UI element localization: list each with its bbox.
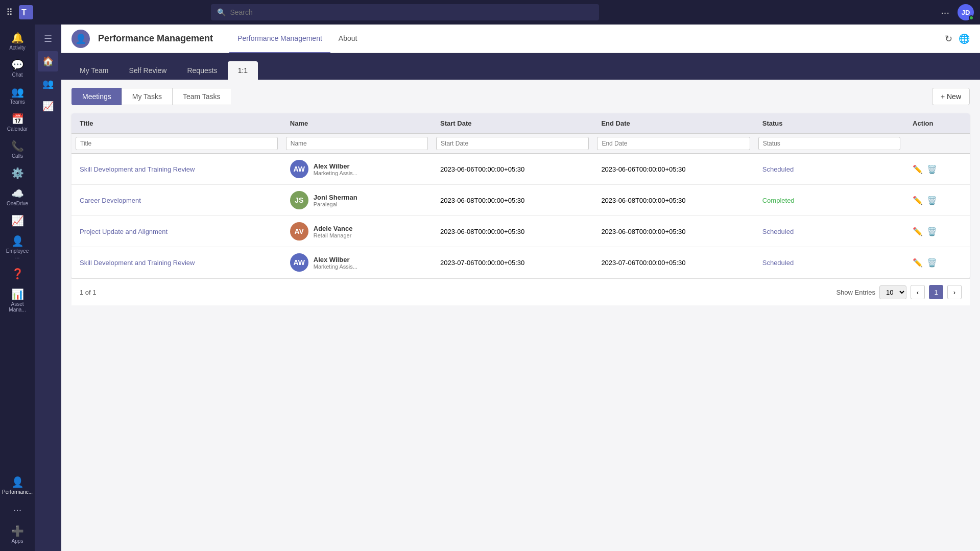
row-end-3: 2023-07-06T00:00:00+05:30	[593, 247, 754, 278]
user-avatar[interactable]: JD	[958, 4, 974, 20]
main-layout: 🔔 Activity 💬 Chat 👥 Teams 📅 Calendar 📞 C…	[0, 25, 980, 551]
row-end-2: 2023-06-08T00:00:00+05:30	[593, 216, 754, 247]
sidebar-item-teams[interactable]: 👥 Teams	[3, 83, 32, 108]
chart-icon[interactable]: 📈	[38, 96, 58, 116]
table-header-row: Title Name Start Date End Date Status Ac…	[71, 113, 970, 134]
delete-icon-3[interactable]: 🗑️	[927, 258, 937, 268]
help-icon: ❓	[11, 268, 24, 280]
person-avatar-3: AW	[290, 253, 308, 272]
entries-select[interactable]: 10 25 50	[879, 285, 906, 299]
more-options-icon[interactable]: ···	[941, 7, 949, 18]
row-person-1: JS Joni Sherman Paralegal	[282, 185, 432, 216]
sidebar-item-calendar[interactable]: 📅 Calendar	[3, 110, 32, 135]
tab-self-review[interactable]: Self Review	[119, 61, 177, 80]
sidebar-icons: 🔔 Activity 💬 Chat 👥 Teams 📅 Calendar 📞 C…	[0, 25, 35, 551]
table-row: Skill Development and Training Review AW…	[71, 247, 970, 278]
row-title-2: Project Update and Alignment	[71, 216, 282, 247]
row-title-link-0[interactable]: Skill Development and Training Review	[80, 165, 195, 173]
delete-icon-0[interactable]: 🗑️	[927, 164, 937, 174]
sidebar-item-employee[interactable]: 👤 Employee ...	[3, 232, 32, 262]
employee-label: Employee ...	[5, 248, 30, 259]
new-button[interactable]: + New	[932, 88, 970, 105]
row-person-3: AW Alex Wilber Marketing Assis...	[282, 247, 432, 278]
sidebar-item-performance[interactable]: 👤 Performanc...	[3, 473, 32, 498]
row-end-1: 2023-06-08T00:00:00+05:30	[593, 185, 754, 216]
sidebar-item-chat[interactable]: 💬 Chat	[3, 56, 32, 81]
row-end-0: 2023-06-06T00:00:00+05:30	[593, 154, 754, 185]
edit-icon-1[interactable]: ✏️	[913, 196, 923, 205]
row-title-link-3[interactable]: Skill Development and Training Review	[80, 259, 195, 267]
apps-label: Apps	[12, 538, 23, 544]
page-1-btn[interactable]: 1	[929, 285, 943, 299]
tab-1on1[interactable]: 1:1	[228, 61, 258, 80]
calls-icon: 📞	[11, 140, 24, 152]
row-action-3: ✏️ 🗑️	[904, 247, 970, 278]
sidebar-item-help[interactable]: ❓	[3, 265, 32, 283]
activity-icon: 🔔	[11, 32, 24, 44]
filter-end-cell	[593, 134, 754, 154]
home-icon[interactable]: 🏠	[38, 51, 58, 71]
filter-name-input[interactable]	[286, 137, 428, 150]
delete-icon-2[interactable]: 🗑️	[927, 227, 937, 236]
filter-start-input[interactable]	[436, 137, 589, 150]
grid-icon[interactable]: ⠿	[6, 7, 13, 18]
row-title-link-2[interactable]: Project Update and Alignment	[80, 228, 168, 235]
row-action-1: ✏️ 🗑️	[904, 185, 970, 216]
row-status-0: Scheduled	[754, 154, 904, 185]
activity-label: Activity	[9, 45, 26, 51]
sidebar-more-icon[interactable]: ···	[9, 500, 26, 520]
analytics-icon: 📈	[11, 214, 24, 227]
edit-icon-2[interactable]: ✏️	[913, 227, 923, 236]
row-status-1: Completed	[754, 185, 904, 216]
filter-row	[71, 134, 970, 154]
row-title-link-1[interactable]: Career Development	[80, 197, 141, 204]
filter-end-input[interactable]	[597, 137, 750, 150]
delete-icon-1[interactable]: 🗑️	[927, 196, 937, 205]
performance-label: Performanc...	[2, 489, 33, 495]
sidebar-item-analytics[interactable]: 📈	[3, 211, 32, 230]
asset-icon: 📊	[11, 288, 24, 300]
settings-icon: ⚙️	[11, 167, 24, 179]
hamburger-icon[interactable]: ☰	[38, 29, 58, 49]
show-entries: Show Entries 10 25 50	[836, 285, 906, 299]
refresh-icon[interactable]: ↻	[945, 33, 952, 44]
person-name-2: Adele Vance	[314, 225, 353, 232]
sidebar-item-onedrive[interactable]: ☁️ OneDrive	[3, 184, 32, 209]
pagination-controls: Show Entries 10 25 50 ‹ 1 ›	[836, 285, 962, 299]
calls-label: Calls	[12, 153, 23, 159]
filter-status-input[interactable]	[758, 137, 900, 150]
edit-icon-0[interactable]: ✏️	[913, 164, 923, 174]
sidebar-item-settings[interactable]: ⚙️	[3, 164, 32, 182]
person-avatar-1: JS	[290, 191, 308, 209]
people-icon[interactable]: 👥	[38, 74, 58, 94]
edit-icon-3[interactable]: ✏️	[913, 258, 923, 268]
nav-perf-mgmt[interactable]: Performance Management	[229, 25, 330, 53]
sub-tab-my-tasks[interactable]: My Tasks	[122, 88, 172, 105]
content-area: 👤 Performance Management Performance Man…	[61, 25, 980, 551]
table-row: Skill Development and Training Review AW…	[71, 154, 970, 185]
sub-tab-bar: Meetings My Tasks Team Tasks + New	[71, 88, 970, 105]
meetings-table: Title Name Start Date End Date Status Ac…	[71, 113, 970, 278]
next-page-btn[interactable]: ›	[947, 285, 962, 299]
sub-tab-meetings[interactable]: Meetings	[71, 88, 122, 105]
sidebar-item-asset[interactable]: 📊 Asset Mana...	[3, 285, 32, 316]
tab-my-team[interactable]: My Team	[69, 61, 119, 80]
nav-about[interactable]: About	[330, 25, 366, 53]
person-role-1: Paralegal	[314, 201, 357, 207]
sidebar-secondary: ☰ 🏠 👥 📈	[35, 25, 61, 551]
sidebar-item-apps[interactable]: ➕ Apps	[3, 522, 32, 547]
sidebar-item-activity[interactable]: 🔔 Activity	[3, 29, 32, 54]
calendar-label: Calendar	[7, 126, 28, 132]
chat-icon: 💬	[11, 59, 24, 71]
teams-icon: 👥	[11, 86, 24, 98]
sub-tab-team-tasks[interactable]: Team Tasks	[172, 88, 231, 105]
row-start-1: 2023-06-08T00:00:00+05:30	[432, 185, 593, 216]
prev-page-btn[interactable]: ‹	[911, 285, 925, 299]
globe-icon[interactable]: 🌐	[959, 33, 970, 44]
apps-icon: ➕	[11, 525, 24, 537]
filter-title-input[interactable]	[76, 137, 278, 150]
search-input[interactable]	[230, 8, 593, 16]
onedrive-icon: ☁️	[11, 187, 24, 200]
sidebar-item-calls[interactable]: 📞 Calls	[3, 137, 32, 162]
tab-requests[interactable]: Requests	[177, 61, 227, 80]
